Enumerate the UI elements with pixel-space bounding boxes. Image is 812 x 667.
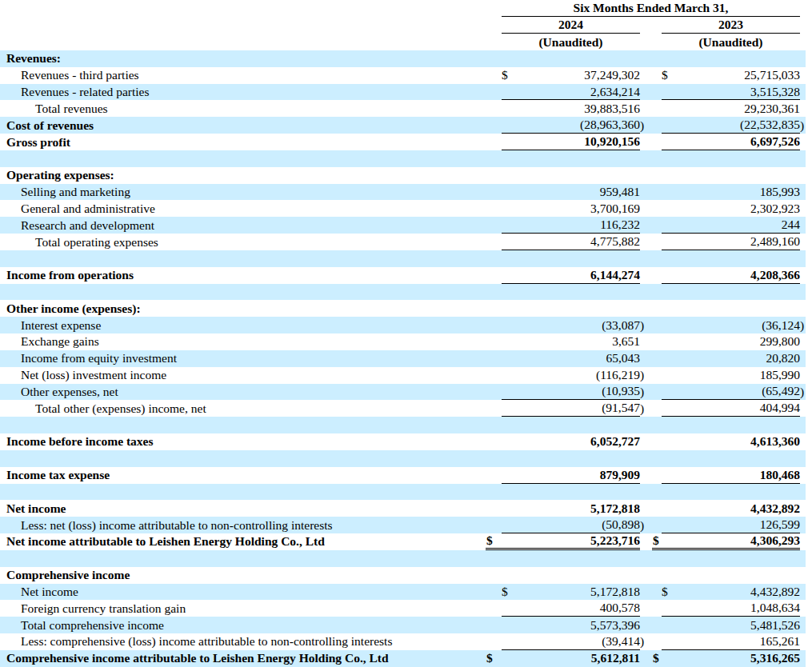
paren-2023 [800,417,806,433]
paren-2023 [800,184,806,201]
value-2023: 5,316,265 [662,650,800,667]
paren-2024 [640,600,646,617]
dollar-sign-2023 [652,234,662,250]
paren-2023 [800,350,806,367]
paren-2024 [640,350,646,367]
value-text-2023: 4,432,892 [750,585,800,599]
table-row: Income before income taxes 6,052,727 4,6… [0,433,812,450]
dollar-sign-2024 [486,267,502,284]
value-text-2024: (28,963,360 [580,118,640,132]
row-label: Less: comprehensive (loss) income attrib… [0,633,486,650]
value-text-2024: 3,651 [612,334,640,349]
value-text-2023: 25,715,033 [744,68,800,82]
dollar-sign-2024 [486,50,502,67]
right-margin [806,467,812,484]
paren-2024 [640,250,646,267]
table-row: General and administrative 3,700,169 2,3… [0,200,812,217]
paren-2023 [800,500,806,517]
right-margin [806,600,812,617]
value-2023: 126,599 [662,517,800,533]
value-2023: 3,515,328 [662,84,800,101]
value-2023: 2,489,160 [662,234,800,250]
value-text-2023: 180,468 [760,468,800,482]
table-row: Operating expenses: [0,167,812,184]
value-2024 [502,550,640,567]
statement-rows: Revenues: Revenues - third parties $37,2… [0,50,812,667]
dollar-sign-2023 [652,484,662,501]
row-label-text: Revenues - related parties [21,85,150,99]
row-label-text: Comprehensive income attributable to Lei… [6,651,389,665]
paren-2024 [640,134,646,150]
dollar-sign-2024 [486,317,502,334]
dollar-sign-2023 [652,200,662,217]
column-gap [646,300,652,317]
table-row: Selling and marketing 959,481 185,993 [0,184,812,201]
dollar-sign-2023 [652,350,662,367]
value-2024: (10,935 [502,384,640,401]
dollar-sign-2023 [652,267,662,284]
dollar-sign-2024 [486,100,502,117]
value-text-2024: 2,634,214 [590,85,640,99]
paren-2024: ) [640,367,646,384]
dollar-sign-2023 [652,300,662,317]
value-2024: 6,144,274 [502,267,640,284]
paren-2023 [800,533,806,550]
column-gap [646,100,652,117]
column-gap [646,334,652,350]
dollar-sign-2024 [486,117,502,134]
paren-2024 [640,184,646,201]
value-2023: 185,993 [662,184,800,201]
row-label: Other expenses, net [0,384,486,401]
value-text-2024: (33,087 [602,318,640,333]
value-text-2024: 6,144,274 [590,268,640,282]
dollar-sign-2023 [652,117,662,134]
value-2023 [662,167,800,184]
paren-2023 [800,633,806,650]
paren-2023 [800,334,806,350]
paren-2024 [640,200,646,217]
dollar-sign-2023 [652,384,662,401]
paren-2023 [800,200,806,217]
table-row: Total comprehensive income 5,573,396 5,4… [0,617,812,633]
row-label: Net (loss) investment income [0,367,486,384]
value-2023 [662,150,800,167]
value-2023: 4,613,360 [662,433,800,450]
row-label-text: Income from equity investment [21,351,177,365]
value-text-2024: 959,481 [600,185,640,199]
right-margin [806,184,812,201]
table-row: Income from operations 6,144,274 4,208,3… [0,267,812,284]
value-2024 [502,484,640,501]
dollar-sign-2024 [486,517,502,533]
value-text-2023: 244 [782,218,800,232]
paren-2024 [640,217,646,234]
value-text-2023: 4,306,293 [750,533,800,548]
dollar-sign-2024 [486,367,502,384]
dollar-sign-2023 [652,467,662,484]
dollar-sign-2023 [652,100,662,117]
value-2024 [502,150,640,167]
value-2024: 4,775,882 [502,234,640,250]
right-margin [806,400,812,417]
dollar-sign-2023 [652,134,662,150]
paren-2024 [640,433,646,450]
row-label-text: Other expenses, net [21,385,118,399]
dollar-sign-2024 [486,550,502,567]
dollar-sign-2024 [486,484,502,501]
value-2024: 5,223,716 [502,533,640,550]
column-gap [646,134,652,150]
row-label-text: Revenues: [6,51,61,66]
column-gap [646,84,652,101]
dollar-sign-2024 [486,234,502,250]
row-label-text: Foreign currency translation gain [21,601,186,616]
value-text-2024: (91,547 [602,401,640,415]
row-label-text: Total operating expenses [35,235,158,250]
header-spacer [486,0,502,17]
value-text-2024: (116,219 [596,368,640,382]
dollar-sign-2024 [486,600,502,617]
dollar-sign-2024: $ [486,650,502,667]
paren-2024 [640,334,646,350]
row-label [0,550,486,567]
paren-2024 [640,567,646,584]
value-2023: 180,468 [662,467,800,484]
paren-2024 [640,167,646,184]
